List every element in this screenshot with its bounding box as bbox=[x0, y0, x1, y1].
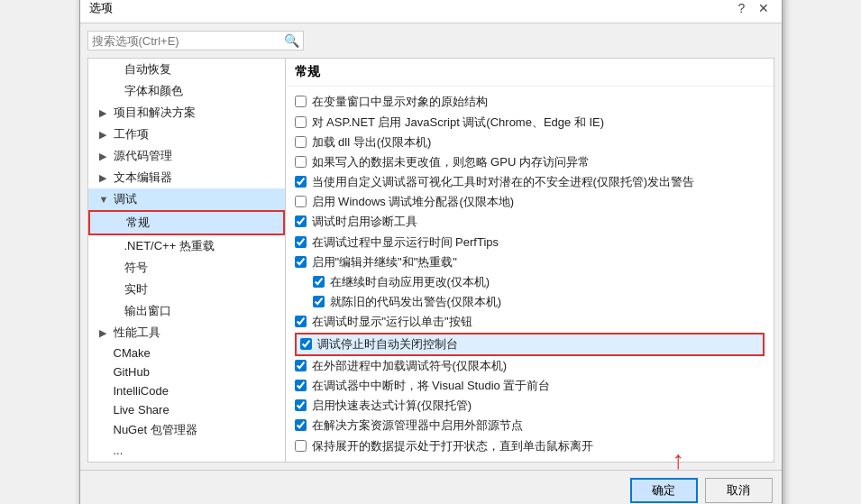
confirm-button[interactable]: 确定 bbox=[630, 478, 698, 503]
option-label-warn-unsafe: 当使用自定义调试器可视化工具时对潜在的不安全进程(仅限托管)发出警告 bbox=[312, 174, 695, 190]
sidebar-item-live-share[interactable]: Live Share bbox=[88, 400, 285, 419]
checkbox-enable-windows-heap[interactable] bbox=[295, 196, 307, 207]
tree-arrow-project-solution: ▶ bbox=[99, 107, 110, 119]
sidebar-item-debug[interactable]: ▼调试 bbox=[88, 188, 285, 210]
sidebar-item-debug-dotnet-cpp[interactable]: .NET/C++ 热重载 bbox=[88, 235, 285, 257]
sidebar-item-work-items[interactable]: ▶工作项 bbox=[88, 124, 285, 145]
checkbox-keep-datatips[interactable] bbox=[295, 440, 307, 452]
checkbox-enable-external-source[interactable] bbox=[295, 419, 307, 431]
sidebar-item-intellicode[interactable]: IntelliCode bbox=[88, 381, 285, 400]
checkbox-close-console-on-stop[interactable] bbox=[300, 338, 312, 350]
sidebar-label-debug-output: 输出窗口 bbox=[124, 303, 171, 319]
sidebar-label-work-items: 工作项 bbox=[114, 126, 149, 142]
sidebar-item-source-control[interactable]: ▶源代码管理 bbox=[88, 145, 285, 167]
checkbox-enable-diag-on-start[interactable] bbox=[295, 215, 307, 227]
tree-arrow-source-control: ▶ bbox=[99, 151, 110, 162]
sidebar-label-debug-realtime: 实时 bbox=[124, 281, 148, 298]
sidebar-item-text-editor[interactable]: ▶文本编辑器 bbox=[88, 167, 285, 188]
right-panel-title: 常规 bbox=[286, 59, 774, 87]
option-row-enable-windows-heap[interactable]: 启用 Windows 调试堆分配器(仅限本地) bbox=[295, 192, 765, 212]
checkbox-enable-quick-eval[interactable] bbox=[295, 399, 307, 411]
search-icon: 🔍 bbox=[284, 33, 299, 48]
option-row-load-dll-export[interactable]: 加载 dll 导出(仅限本机) bbox=[295, 133, 765, 152]
sidebar-item-nuget[interactable]: NuGet 包管理器 bbox=[88, 419, 285, 441]
sidebar-item-cmake[interactable]: CMake bbox=[88, 344, 285, 362]
checkbox-warn-unsafe[interactable] bbox=[295, 176, 307, 188]
option-row-enable-diag-on-start[interactable]: 调试时启用诊断工具 bbox=[295, 212, 765, 232]
sidebar-label-debug-dotnet-cpp: .NET/C++ 热重载 bbox=[124, 238, 215, 254]
option-row-keep-datatips[interactable]: 保持展开的数据提示处于打开状态，直到单击鼠标离开 bbox=[295, 436, 765, 456]
sidebar-label-auto-restore: 自动恢复 bbox=[124, 61, 171, 78]
help-button[interactable]: ? bbox=[733, 0, 751, 17]
checkbox-ignore-gpu[interactable] bbox=[295, 156, 307, 168]
option-label-enable-windows-heap: 启用 Windows 调试堆分配器(仅限本地) bbox=[312, 194, 515, 210]
sidebar-label-font-color: 字体和颜色 bbox=[124, 83, 183, 99]
option-row-hot-reload[interactable]: 启用"编辑并继续"和"热重载" bbox=[295, 252, 765, 272]
sidebar-item-more[interactable]: ... bbox=[88, 441, 285, 460]
option-label-bring-vs-foreground: 在调试器中中断时，将 Visual Studio 置于前台 bbox=[312, 378, 551, 394]
option-row-warn-stale[interactable]: 就陈旧的代码发出警告(仅限本机) bbox=[295, 292, 765, 312]
sidebar-label-cmake: CMake bbox=[114, 346, 151, 360]
right-panel: 常规 在变量窗口中显示对象的原始结构对 ASP.NET 启用 JavaScrip… bbox=[286, 58, 774, 462]
sidebar-label-debug-symbols: 符号 bbox=[124, 260, 148, 276]
tree-arrow-text-editor: ▶ bbox=[99, 172, 110, 184]
option-row-apply-on-continue[interactable]: 在继续时自动应用更改(仅本机) bbox=[295, 272, 765, 292]
sidebar-item-project-solution[interactable]: ▶项目和解决方案 bbox=[88, 102, 285, 124]
option-row-enable-external-source[interactable]: 在解决方案资源管理器中启用外部源节点 bbox=[295, 416, 765, 435]
option-label-enable-external-source: 在解决方案资源管理器中启用外部源节点 bbox=[312, 417, 523, 434]
close-button[interactable]: ✕ bbox=[755, 0, 773, 17]
sidebar-label-more: ... bbox=[114, 444, 124, 457]
option-row-close-console-on-stop[interactable]: 调试停止时自动关闭控制台 bbox=[295, 333, 765, 356]
option-row-enable-quick-eval[interactable]: 启用快速表达式计算(仅限托管) bbox=[295, 396, 765, 416]
checkbox-bring-vs-foreground[interactable] bbox=[295, 380, 307, 391]
option-row-show-run-button[interactable]: 在调试时显示"运行以单击"按钮 bbox=[295, 312, 765, 332]
sidebar-label-debug-general: 常规 bbox=[126, 215, 150, 231]
left-panel: 自动恢复字体和颜色▶项目和解决方案▶工作项▶源代码管理▶文本编辑器▼调试常规.N… bbox=[87, 58, 286, 462]
checkbox-aspnet-js-debug[interactable] bbox=[295, 116, 307, 128]
option-row-ignore-gpu[interactable]: 如果写入的数据未更改值，则忽略 GPU 内存访问异常 bbox=[295, 152, 765, 172]
checkbox-apply-on-continue[interactable] bbox=[313, 276, 325, 288]
option-label-show-raw-struct: 在变量窗口中显示对象的原始结构 bbox=[312, 94, 488, 110]
tree-arrow-work-items: ▶ bbox=[99, 129, 110, 141]
checkbox-hot-reload[interactable] bbox=[295, 256, 307, 268]
titlebar-controls: ? ✕ bbox=[733, 0, 773, 17]
checkbox-load-debug-symbols[interactable] bbox=[295, 360, 307, 371]
tree-arrow-debug: ▼ bbox=[99, 194, 110, 205]
sidebar-item-auto-restore[interactable]: 自动恢复 bbox=[88, 59, 285, 80]
tree-arrow-perf-tools: ▶ bbox=[99, 327, 110, 339]
option-label-enable-diag-on-start: 调试时启用诊断工具 bbox=[312, 214, 417, 230]
sidebar-item-perf-tools[interactable]: ▶性能工具 bbox=[88, 322, 285, 344]
sidebar-item-font-color[interactable]: 字体和颜色 bbox=[88, 80, 285, 102]
sidebar-item-debug-general[interactable]: 常规 bbox=[88, 210, 285, 235]
checkbox-load-dll-export[interactable] bbox=[295, 136, 307, 148]
option-row-show-raw-struct[interactable]: 在变量窗口中显示对象的原始结构 bbox=[295, 92, 765, 112]
search-input[interactable] bbox=[92, 34, 284, 48]
checkbox-show-perftips[interactable] bbox=[295, 236, 307, 248]
option-row-bring-vs-foreground[interactable]: 在调试器中中断时，将 Visual Studio 置于前台 bbox=[295, 376, 765, 396]
sidebar-item-debug-realtime[interactable]: 实时 bbox=[88, 279, 285, 300]
titlebar: 选项 ? ✕ bbox=[80, 0, 782, 23]
sidebar-label-text-editor: 文本编辑器 bbox=[114, 170, 172, 186]
sidebar-item-debug-output[interactable]: 输出窗口 bbox=[88, 300, 285, 322]
option-label-show-perftips: 在调试过程中显示运行时间 PerfTips bbox=[312, 234, 499, 251]
content-area: 自动恢复字体和颜色▶项目和解决方案▶工作项▶源代码管理▶文本编辑器▼调试常规.N… bbox=[87, 58, 774, 462]
sidebar-item-debug-symbols[interactable]: 符号 bbox=[88, 257, 285, 279]
checkbox-show-raw-struct[interactable] bbox=[295, 96, 307, 107]
option-label-keep-datatips: 保持展开的数据提示处于打开状态，直到单击鼠标离开 bbox=[312, 438, 593, 454]
dialog-footer: ↓ 确定 取消 bbox=[80, 470, 782, 504]
cancel-button[interactable]: 取消 bbox=[705, 478, 773, 503]
sidebar-label-source-control: 源代码管理 bbox=[114, 148, 172, 164]
option-row-warn-unsafe[interactable]: 当使用自定义调试器可视化工具时对潜在的不安全进程(仅限托管)发出警告 bbox=[295, 172, 765, 192]
arrow-indicator: ↓ bbox=[672, 449, 684, 478]
option-row-load-debug-symbols[interactable]: 在外部进程中加载调试符号(仅限本机) bbox=[295, 356, 765, 376]
dialog-title: 选项 bbox=[89, 0, 113, 16]
sidebar-label-live-share: Live Share bbox=[114, 403, 169, 417]
checkbox-show-run-button[interactable] bbox=[295, 316, 307, 327]
option-row-show-perftips[interactable]: 在调试过程中显示运行时间 PerfTips bbox=[295, 233, 765, 252]
sidebar-item-github[interactable]: GitHub bbox=[88, 362, 285, 381]
checkbox-warn-stale[interactable] bbox=[313, 296, 325, 307]
option-row-aspnet-js-debug[interactable]: 对 ASP.NET 启用 JavaScript 调试(Chrome、Edge 和… bbox=[295, 113, 765, 133]
sidebar-label-nuget: NuGet 包管理器 bbox=[114, 422, 197, 438]
option-label-enable-quick-eval: 启用快速表达式计算(仅限托管) bbox=[312, 398, 472, 414]
option-label-aspnet-js-debug: 对 ASP.NET 启用 JavaScript 调试(Chrome、Edge 和… bbox=[312, 115, 605, 131]
